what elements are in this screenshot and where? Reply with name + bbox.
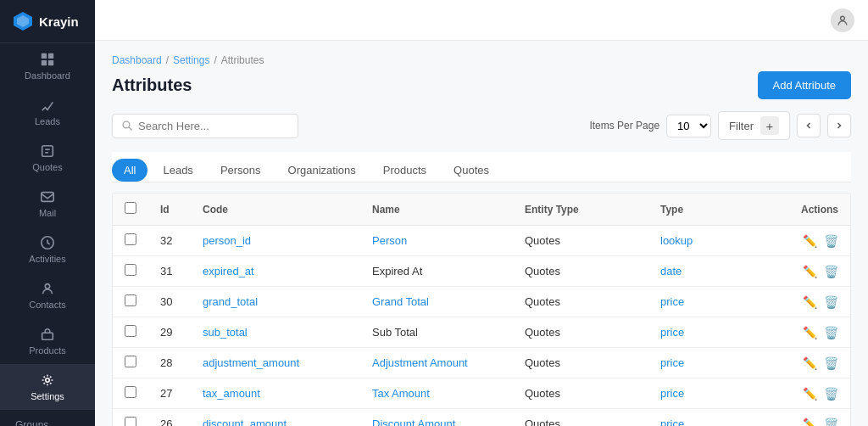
sidebar-item-leads[interactable]: Leads — [0, 89, 95, 135]
type-value: price — [660, 356, 684, 369]
user-icon — [836, 14, 849, 27]
filter-button[interactable]: Filter + — [718, 111, 790, 140]
delete-icon-26[interactable]: 🗑️ — [824, 418, 838, 427]
edit-icon-28[interactable]: ✏️ — [803, 356, 817, 370]
name-value[interactable]: Person — [372, 234, 407, 247]
name-value: Discount Amount — [372, 418, 455, 426]
table-row: 30 grand_total Grand Total Quotes price … — [113, 287, 850, 317]
edit-icon-29[interactable]: ✏️ — [803, 326, 817, 339]
sidebar-item-settings[interactable]: Settings — [0, 364, 95, 410]
row-id: 27 — [148, 378, 191, 409]
tab-persons[interactable]: Persons — [209, 159, 273, 182]
row-code: adjustment_amount — [191, 348, 360, 378]
delete-icon-27[interactable]: 🗑️ — [824, 387, 838, 401]
row-actions: ✏️ 🗑️ — [784, 317, 850, 348]
sidebar-label-contacts: Contacts — [29, 300, 65, 310]
row-id: 32 — [148, 226, 191, 256]
row-type: price — [648, 409, 784, 427]
contacts-icon — [40, 281, 55, 296]
activities-icon — [40, 235, 55, 250]
row-checkbox-27[interactable] — [125, 386, 136, 398]
delete-icon-31[interactable]: 🗑️ — [824, 265, 838, 278]
main-content: Dashboard / Settings / Attributes Attrib… — [95, 0, 868, 426]
breadcrumb-dashboard[interactable]: Dashboard — [112, 54, 162, 66]
sidebar-item-activities[interactable]: Activities — [0, 227, 95, 272]
row-actions: ✏️ 🗑️ — [784, 226, 850, 256]
edit-icon-31[interactable]: ✏️ — [803, 265, 817, 278]
code-link[interactable]: grand_total — [203, 295, 258, 308]
table-row: 26 discount_amount Discount Amount Quote… — [113, 409, 850, 427]
col-header-entity-type: Entity Type — [513, 193, 648, 226]
type-value: date — [660, 265, 682, 277]
page-title: Attributes — [112, 76, 192, 95]
page-header: Attributes Add Attribute — [112, 71, 851, 99]
code-link[interactable]: sub_total — [203, 326, 248, 339]
tab-organizations[interactable]: Organizations — [276, 159, 368, 182]
user-avatar[interactable] — [831, 8, 854, 32]
search-box — [112, 114, 298, 138]
row-actions: ✏️ 🗑️ — [784, 287, 850, 317]
next-page-button[interactable] — [827, 114, 851, 137]
logo: Krayin — [0, 0, 95, 43]
code-link[interactable]: tax_amount — [203, 387, 260, 400]
row-checkbox-32[interactable] — [125, 233, 136, 245]
row-checkbox-26[interactable] — [125, 417, 136, 426]
row-entity-type: Quotes — [513, 317, 648, 348]
search-input[interactable] — [138, 120, 289, 132]
sidebar-item-quotes[interactable]: Quotes — [0, 135, 95, 181]
edit-icon-26[interactable]: ✏️ — [803, 418, 817, 427]
row-code: sub_total — [191, 317, 360, 348]
col-header-checkbox — [113, 193, 148, 226]
select-all-checkbox[interactable] — [125, 202, 136, 214]
type-value: lookup — [660, 234, 693, 247]
tab-all[interactable]: All — [112, 159, 147, 182]
row-checkbox-30[interactable] — [125, 294, 136, 306]
row-id: 28 — [148, 348, 191, 378]
svg-point-15 — [123, 121, 130, 128]
sidebar-item-mail[interactable]: Mail — [0, 181, 95, 227]
delete-icon-28[interactable]: 🗑️ — [824, 356, 838, 370]
sidebar-item-dashboard[interactable]: Dashboard — [0, 43, 95, 89]
prev-page-button[interactable] — [797, 114, 821, 137]
edit-icon-32[interactable]: ✏️ — [803, 234, 817, 248]
row-type: lookup — [648, 226, 784, 256]
svg-line-16 — [129, 127, 132, 131]
tab-products[interactable]: Products — [371, 159, 438, 182]
code-link[interactable]: adjustment_amount — [203, 356, 299, 369]
delete-icon-32[interactable]: 🗑️ — [824, 234, 838, 248]
mail-icon — [40, 189, 55, 205]
type-value: price — [660, 295, 684, 308]
code-link[interactable]: person_id — [203, 234, 251, 247]
svg-rect-6 — [42, 146, 53, 157]
code-link[interactable]: discount_amount — [203, 418, 287, 426]
code-link[interactable]: expired_at — [203, 265, 254, 277]
table-header-row: Id Code Name Entity Type Type Actions — [113, 193, 850, 226]
filter-tabs: All Leads Persons Organizations Products… — [112, 152, 851, 182]
row-id: 31 — [148, 256, 191, 287]
per-page-select[interactable]: 10 25 50 — [666, 115, 711, 137]
products-icon — [40, 327, 55, 342]
sidebar-label-leads: Leads — [35, 116, 60, 126]
name-value: Tax Amount — [372, 387, 430, 400]
dashboard-icon — [40, 52, 55, 67]
row-checkbox-28[interactable] — [125, 356, 136, 367]
delete-icon-29[interactable]: 🗑️ — [824, 326, 838, 339]
breadcrumb-settings[interactable]: Settings — [173, 54, 209, 66]
sidebar-item-products[interactable]: Products — [0, 318, 95, 364]
add-attribute-button[interactable]: Add Attribute — [758, 71, 851, 99]
row-type: price — [648, 317, 784, 348]
delete-icon-30[interactable]: 🗑️ — [824, 295, 838, 309]
breadcrumb: Dashboard / Settings / Attributes — [112, 54, 851, 66]
edit-icon-30[interactable]: ✏️ — [803, 295, 817, 309]
sidebar-sub-groups[interactable]: Groups — [0, 413, 95, 426]
sidebar-item-contacts[interactable]: Contacts — [0, 272, 95, 318]
row-checkbox-29[interactable] — [125, 325, 136, 337]
tab-quotes[interactable]: Quotes — [442, 159, 501, 182]
row-entity-type: Quotes — [513, 226, 648, 256]
tab-leads[interactable]: Leads — [151, 159, 204, 182]
row-name: Discount Amount — [360, 409, 513, 427]
leads-icon — [40, 98, 55, 113]
row-code: expired_at — [191, 256, 360, 287]
edit-icon-27[interactable]: ✏️ — [803, 387, 817, 401]
row-checkbox-31[interactable] — [125, 264, 136, 276]
